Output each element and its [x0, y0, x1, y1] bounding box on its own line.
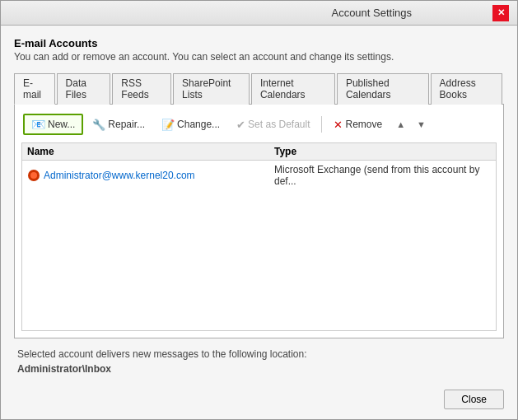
repair-icon: 🔧: [92, 119, 105, 131]
repair-button[interactable]: 🔧 Repair...: [85, 115, 152, 134]
section-description: You can add or remove an account. You ca…: [14, 51, 504, 63]
col-header-name: Name: [27, 146, 274, 157]
title-bar: Account Settings ✕: [1, 1, 517, 26]
set-default-button[interactable]: ✔ Set as Default: [229, 115, 317, 134]
dialog-title: Account Settings: [251, 7, 493, 19]
tab-address-books[interactable]: Address Books: [431, 73, 502, 105]
new-button-label: New...: [48, 119, 75, 130]
remove-button[interactable]: ✕ Remove: [326, 115, 390, 134]
col-header-type: Type: [274, 146, 491, 157]
exchange-icon: [28, 170, 40, 181]
account-settings-dialog: Account Settings ✕ E-mail Accounts You c…: [0, 0, 518, 420]
remove-label: Remove: [345, 119, 382, 130]
dialog-body: E-mail Accounts You can add or remove an…: [1, 26, 517, 383]
toolbar-separator: [321, 116, 322, 133]
account-type-cell: Microsoft Exchange (send from this accou…: [274, 164, 491, 187]
dialog-footer: Close: [1, 383, 517, 419]
tab-published-calendars[interactable]: Published Calendars: [337, 73, 429, 105]
delivery-location: Administrator\Inbox: [17, 363, 501, 375]
accounts-toolbar: 📧 New... 🔧 Repair... 📝 Change... ✔ Set a…: [21, 111, 497, 138]
envelope-new-icon: 📧: [31, 118, 45, 131]
checkmark-icon: ✔: [236, 119, 245, 131]
account-icon: [27, 169, 40, 182]
tab-sharepoint-lists[interactable]: SharePoint Lists: [173, 73, 250, 105]
repair-label: Repair...: [108, 119, 145, 130]
move-down-button[interactable]: ▼: [412, 117, 431, 132]
account-name-cell: Administrator@www.kernel20.com: [27, 169, 274, 182]
tab-email[interactable]: E-mail: [14, 73, 55, 105]
new-account-button[interactable]: 📧 New...: [23, 114, 83, 135]
window-close-button[interactable]: ✕: [492, 5, 509, 21]
section-title: E-mail Accounts: [14, 37, 504, 49]
tab-bar: E-mail Data Files RSS Feeds SharePoint L…: [14, 72, 504, 105]
delivery-section: Selected account delivers new messages t…: [14, 348, 504, 375]
tab-rss-feeds[interactable]: RSS Feeds: [112, 73, 171, 105]
set-default-label: Set as Default: [248, 119, 310, 130]
move-up-button[interactable]: ▲: [391, 117, 410, 132]
change-icon: 📝: [161, 119, 175, 131]
tab-data-files[interactable]: Data Files: [57, 73, 111, 105]
remove-icon: ✕: [334, 119, 343, 131]
change-button[interactable]: 📝 Change...: [154, 115, 227, 134]
tab-internet-calendars[interactable]: Internet Calendars: [251, 73, 335, 105]
table-row[interactable]: Administrator@www.kernel20.com Microsoft…: [22, 161, 496, 190]
change-label: Change...: [177, 119, 220, 130]
account-email: Administrator@www.kernel20.com: [44, 170, 195, 181]
accounts-table: Name Type Administrator@www.kernel20.com…: [21, 142, 497, 331]
table-header: Name Type: [22, 143, 496, 161]
close-dialog-button[interactable]: Close: [444, 390, 504, 409]
tab-content-email: 📧 New... 🔧 Repair... 📝 Change... ✔ Set a…: [14, 105, 504, 338]
delivery-text: Selected account delivers new messages t…: [17, 348, 501, 360]
